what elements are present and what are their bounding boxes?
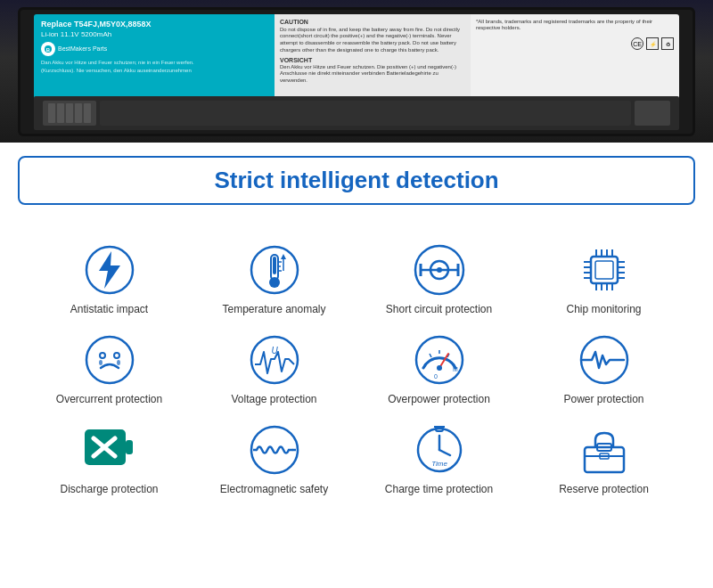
feature-overcurrent: Overcurrent protection <box>27 329 192 412</box>
section-title: Strict intelligent detection <box>18 156 695 205</box>
chip-label: Chip monitoring <box>566 302 641 317</box>
feature-electromagnetic: Electromagnetic safety <box>192 419 356 502</box>
svg-text:0: 0 <box>434 373 438 380</box>
battery-image: Replace T54FJ,M5Y0X,8858X Li-ion 11.1V 5… <box>0 0 713 143</box>
section-title-wrapper: Strict intelligent detection <box>18 156 695 223</box>
discharge-label: Discharge protection <box>60 482 158 497</box>
svg-rect-5 <box>273 257 276 274</box>
feature-voltage: U Voltage protection <box>192 329 356 412</box>
short-circuit-icon <box>413 243 466 297</box>
temperature-label: Temperature anomaly <box>222 302 325 317</box>
feature-power: Power protection <box>521 329 686 412</box>
overpower-label: Overpower protection <box>388 392 490 407</box>
features-grid: Antistatic impact <box>18 239 695 501</box>
svg-line-45 <box>430 354 431 357</box>
feature-reserve: Reserve protection <box>521 419 686 502</box>
lightning-icon <box>83 243 136 297</box>
feature-overpower: 0 M Overpower protection <box>356 329 521 412</box>
svg-line-63 <box>439 450 450 455</box>
svg-point-37 <box>100 353 105 358</box>
toolbox-icon <box>578 423 631 477</box>
thermometer-icon <box>248 243 301 297</box>
reserve-label: Reserve protection <box>559 482 649 497</box>
svg-text:M: M <box>453 366 458 372</box>
clock-icon: Time <box>413 423 466 477</box>
svg-rect-55 <box>126 440 133 454</box>
gauge-icon: 0 M <box>413 333 466 387</box>
feature-short-circuit: Short circuit protection <box>356 239 521 322</box>
svg-marker-11 <box>281 254 286 259</box>
coil-icon <box>248 423 301 477</box>
voltage-icon: U <box>248 333 301 387</box>
feature-discharge: Discharge protection <box>27 419 192 502</box>
svg-point-36 <box>86 337 133 383</box>
svg-text:Time: Time <box>431 460 447 468</box>
sad-face-icon <box>83 333 136 387</box>
svg-point-38 <box>114 353 119 358</box>
main-content: Strict intelligent detection Antistatic … <box>0 143 713 510</box>
voltage-label: Voltage protection <box>231 392 316 407</box>
electromagnetic-label: Electromagnetic safety <box>220 482 328 497</box>
svg-point-43 <box>416 337 463 383</box>
feature-temperature: Temperature anomaly <box>192 239 356 322</box>
antistatic-label: Antistatic impact <box>70 302 148 317</box>
feature-antistatic: Antistatic impact <box>27 239 192 322</box>
svg-rect-19 <box>595 261 613 279</box>
power-label: Power protection <box>563 392 643 407</box>
heartbeat-icon <box>578 333 631 387</box>
svg-point-15 <box>437 267 442 273</box>
overcurrent-label: Overcurrent protection <box>56 392 162 407</box>
svg-point-40 <box>117 360 120 365</box>
svg-point-6 <box>269 277 280 288</box>
chip-icon <box>578 243 631 297</box>
svg-point-39 <box>99 360 102 365</box>
charge-time-label: Charge time protection <box>385 482 493 497</box>
svg-point-50 <box>437 365 442 371</box>
short-circuit-label: Short circuit protection <box>386 302 492 317</box>
feature-charge-time: Time Charge time protection <box>356 419 521 502</box>
svg-text:B: B <box>46 47 51 53</box>
discharge-icon <box>83 423 136 477</box>
feature-chip: Chip monitoring <box>521 239 686 322</box>
